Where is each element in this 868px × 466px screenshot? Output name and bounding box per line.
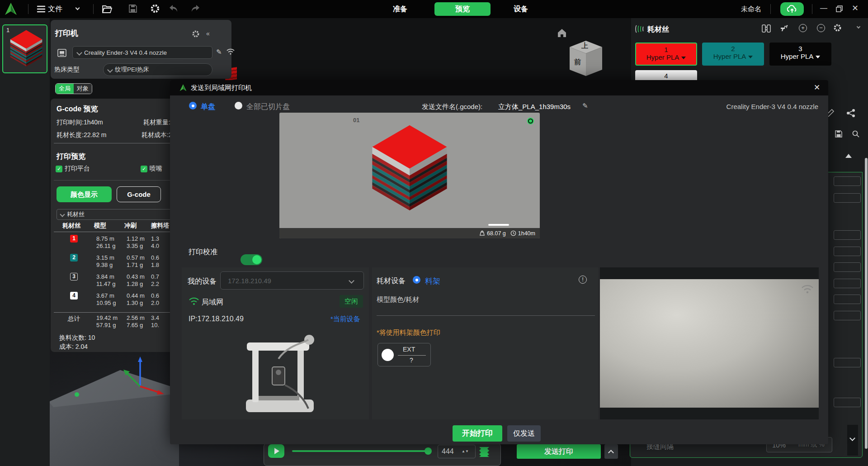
flush-settings-icon[interactable] [779, 24, 788, 33]
radio-single-plate[interactable] [189, 102, 197, 109]
filament-row-chip: 1 [70, 235, 78, 243]
table-cell: 3.67 m10.95 g [96, 292, 116, 307]
layer-number-stepper[interactable]: 444 ▲▼ [438, 445, 476, 458]
view-cube-top-label[interactable]: 上 [581, 42, 588, 50]
save-profile-icon[interactable] [835, 130, 843, 138]
printer-select[interactable]: Creality Ender-3 V4 0.4 nozzle [72, 46, 212, 59]
param-input[interactable] [834, 262, 861, 272]
radio-rack-label[interactable]: 料架 [425, 276, 440, 286]
tab-preview[interactable]: 预览 [434, 2, 491, 16]
extruder-card[interactable]: EXT ? [377, 343, 431, 366]
camera-cell [600, 267, 819, 419]
scope-object-tab[interactable]: 对象 [74, 83, 92, 94]
minimize-button[interactable]: — [820, 5, 827, 12]
color-display-button[interactable]: 颜色显示 [57, 186, 112, 202]
printer-wifi-icon[interactable] [226, 48, 235, 55]
plate-thumbnail-model [8, 29, 45, 67]
calibration-toggle[interactable] [241, 254, 262, 265]
filament-section-collapse[interactable]: 耗材丝 [57, 209, 175, 220]
radio-single-plate-label[interactable]: 单盘 [201, 102, 215, 112]
start-print-button[interactable]: 开始打印 [453, 425, 502, 442]
camera-wifi-icon [801, 284, 814, 294]
view-cube-front-label[interactable]: 前 [574, 58, 581, 67]
param-input[interactable] [834, 358, 861, 367]
printer-settings-gear-icon[interactable] [192, 30, 200, 38]
param-input[interactable] [834, 398, 861, 407]
param-input[interactable] [834, 176, 861, 186]
cloud-upload-button[interactable] [780, 2, 804, 16]
settings-gear-icon[interactable] [150, 4, 160, 14]
filename-value[interactable]: 立方体_PLA_1h39m30s [498, 103, 571, 111]
filament-stack-icon[interactable] [478, 445, 491, 458]
send-only-button[interactable]: 仅发送 [507, 425, 541, 442]
collapse-filament-panel-icon[interactable] [857, 25, 860, 29]
dialog-close-icon[interactable]: ✕ [814, 83, 820, 92]
radio-all-plates-label[interactable]: 全部已切片盘 [246, 102, 290, 112]
layer-slider-knob[interactable] [425, 447, 432, 455]
filament-chip-3[interactable]: 3 Hyper PLA [769, 43, 831, 66]
filament-chip-1[interactable]: 1 Hyper PLA [635, 43, 697, 66]
view-cube[interactable]: 上 前 [568, 40, 604, 77]
checkbox-nozzle-label: 喷嘴 [150, 165, 162, 173]
param-input[interactable] [834, 279, 861, 288]
device-select[interactable]: 172.18.210.49 [220, 271, 364, 290]
bed-type-select[interactable]: 纹理PEI热床 [103, 63, 212, 76]
gcode-view-button[interactable]: G-code [117, 186, 161, 202]
edit-filename-icon[interactable]: ✎ [582, 102, 588, 110]
scope-global-tab[interactable]: 全局 [56, 83, 74, 94]
chip-name: Hyper PLA [702, 52, 764, 60]
divider [54, 312, 174, 313]
edit-printer-icon[interactable]: ✎ [216, 48, 222, 56]
lan-label: 局域网 [202, 298, 223, 307]
close-window-button[interactable]: ✕ [852, 5, 859, 12]
radio-all-plates[interactable] [235, 102, 242, 109]
search-icon[interactable] [852, 130, 860, 138]
filament-mapping-icon[interactable] [762, 24, 771, 33]
checkbox-nozzle[interactable]: ✓ 喷嘴 [141, 165, 162, 173]
open-file-button[interactable] [102, 4, 113, 14]
redo-button[interactable] [191, 4, 201, 13]
remove-filament-button[interactable]: − [817, 24, 825, 32]
play-button[interactable] [268, 444, 284, 458]
plate-thumbnail[interactable]: 1 [2, 24, 47, 73]
filament-device-label: 耗材设备 [377, 276, 406, 286]
param-input[interactable] [834, 295, 861, 304]
share-nodes-icon[interactable] [846, 109, 855, 118]
filament-device-cell: 耗材设备 料架 ! 模型颜色/耗材 *将使用料架颜色打印 EXT ? [372, 267, 598, 419]
dialog-logo-icon [179, 84, 187, 92]
model-color-label: 模型颜色/耗材 [377, 295, 419, 304]
tab-prepare[interactable]: 准备 [393, 5, 407, 14]
filament-chip-2[interactable]: 2 Hyper PLA [702, 43, 764, 66]
layer-slider-bar: 444 ▲▼ [264, 443, 501, 466]
device-select-value: 172.18.210.49 [228, 277, 349, 285]
undo-button[interactable] [168, 4, 178, 13]
file-menu-chevron-icon[interactable] [75, 6, 80, 10]
tab-device[interactable]: 设备 [514, 5, 528, 14]
send-print-button[interactable]: 发送打印 [517, 444, 601, 459]
scroll-up-icon[interactable] [845, 154, 852, 158]
bed-type-label: 热床类型 [54, 66, 80, 74]
collapse-panel-icon[interactable]: « [206, 30, 209, 37]
stepper-arrows-icon[interactable]: ▲▼ [462, 450, 469, 453]
my-device-label: 我的设备 [188, 277, 217, 286]
param-input[interactable] [834, 193, 861, 203]
checkbox-platform[interactable]: ✓ 打印平台 [56, 165, 90, 173]
plate-list-sidebar: 1 [0, 18, 50, 466]
panel-scrollbar[interactable] [847, 425, 858, 456]
param-input[interactable] [834, 230, 861, 240]
radio-rack[interactable] [413, 276, 420, 284]
home-view-icon[interactable] [557, 28, 567, 38]
current-device-link[interactable]: *当前设备 [330, 315, 360, 323]
file-menu[interactable]: 文件 [36, 4, 62, 14]
param-input[interactable] [834, 247, 861, 256]
restore-button[interactable] [836, 5, 843, 12]
param-input[interactable] [834, 311, 861, 320]
send-to-lan-dialog: 发送到局域网打印机 ✕ 单盘 全部已切片盘 发送文件名(.gcode): 立方体… [170, 80, 828, 444]
main-scrollbar[interactable] [865, 158, 868, 449]
layer-slider-track[interactable] [292, 450, 431, 452]
save-button[interactable] [128, 4, 137, 13]
expand-send-options-button[interactable] [604, 444, 618, 459]
filament-settings-gear-icon[interactable] [833, 24, 842, 32]
info-icon[interactable]: ! [579, 276, 587, 284]
add-filament-button[interactable]: + [799, 24, 807, 32]
